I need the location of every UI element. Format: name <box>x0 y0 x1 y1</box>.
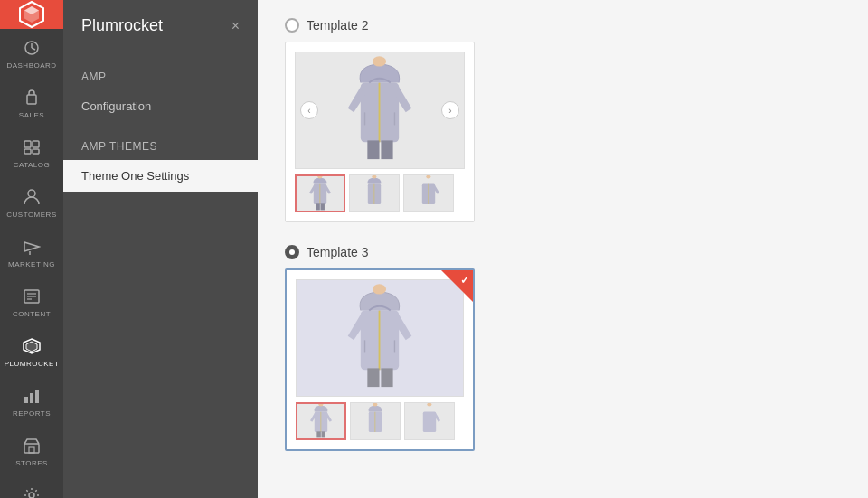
content-label: CONTENT <box>13 310 51 318</box>
nav-item-marketing[interactable]: MARKETING <box>0 228 63 277</box>
dashboard-icon <box>22 38 42 58</box>
template-3-thumb-2[interactable] <box>350 402 401 440</box>
svg-point-23 <box>29 493 34 498</box>
content-icon <box>22 287 42 306</box>
template-2-thumb-3[interactable] <box>403 174 454 212</box>
template-2-product-image <box>344 56 416 164</box>
sales-icon <box>22 88 42 108</box>
nav-item-content[interactable]: CONTENT <box>0 277 63 327</box>
template-2-thumb-2[interactable] <box>349 174 400 212</box>
sidebar-title: Plumrocket <box>81 16 163 35</box>
template-3-main-image <box>296 279 464 397</box>
nav-item-plumrocket[interactable]: PLUMROCKET <box>0 327 63 377</box>
svg-marker-10 <box>24 242 39 251</box>
nav-item-sales[interactable]: SALES <box>0 79 63 128</box>
customers-label: CUSTOMERS <box>6 211 56 219</box>
svg-marker-17 <box>26 342 37 352</box>
catalog-label: CATALOG <box>14 161 51 169</box>
svg-rect-7 <box>24 149 31 154</box>
nav-item-dashboard[interactable]: DASHBOARD <box>0 29 63 79</box>
svg-rect-57 <box>423 412 436 432</box>
template-3-radio[interactable] <box>285 245 299 259</box>
nav-rail: DASHBOARD SALES CATALOG <box>0 0 63 498</box>
reports-icon <box>22 386 42 406</box>
template-2-thumbnails <box>295 174 465 212</box>
svg-rect-28 <box>367 140 379 159</box>
svg-rect-4 <box>27 95 36 104</box>
customers-icon <box>22 187 42 207</box>
sidebar-panel: Plumrocket × AMP Configuration AMP Theme… <box>63 0 258 498</box>
sales-label: SALES <box>19 111 44 119</box>
marketing-label: MARKETING <box>8 260 55 268</box>
template-2-radio[interactable] <box>285 18 299 33</box>
stores-label: STORES <box>15 459 48 467</box>
template-2-option: Template 2 ‹ <box>285 18 841 222</box>
svg-point-30 <box>373 56 386 66</box>
template-2-text: Template 2 <box>307 18 368 33</box>
sidebar-item-configuration[interactable]: Configuration <box>63 90 258 122</box>
svg-point-41 <box>426 175 430 179</box>
svg-rect-8 <box>33 149 39 154</box>
template-3-option: Template 3 ✓ <box>285 245 841 451</box>
svg-rect-22 <box>29 447 34 453</box>
reports-label: REPORTS <box>13 409 51 418</box>
plumrocket-icon <box>22 336 42 356</box>
svg-rect-20 <box>35 390 39 403</box>
stores-icon <box>22 436 42 456</box>
svg-rect-47 <box>381 368 392 387</box>
dashboard-label: DASHBOARD <box>6 61 56 70</box>
svg-rect-34 <box>320 203 324 210</box>
sidebar-close-button[interactable]: × <box>231 18 240 34</box>
nav-item-stores[interactable]: STORES <box>0 427 63 476</box>
svg-rect-52 <box>321 431 325 437</box>
template-3-thumb-3[interactable] <box>404 402 455 440</box>
template-3-thumbnails <box>296 402 464 440</box>
template-3-product-image <box>344 284 416 392</box>
system-icon <box>22 485 42 498</box>
template-2-label[interactable]: Template 2 <box>285 18 841 33</box>
plumrocket-label: PLUMROCKET <box>5 360 60 368</box>
nav-item-system[interactable]: SYSTEM <box>0 476 63 498</box>
sidebar-section-amp-themes-label: AMP Themes <box>63 122 258 160</box>
marketing-icon <box>22 237 42 257</box>
svg-point-58 <box>427 403 431 407</box>
sidebar-section-amp-label: AMP <box>63 52 258 90</box>
template-2-next-btn[interactable]: › <box>441 101 459 119</box>
svg-rect-51 <box>316 431 320 437</box>
magento-logo-icon <box>17 0 46 29</box>
svg-rect-6 <box>33 141 39 147</box>
svg-point-48 <box>373 284 386 294</box>
svg-rect-19 <box>30 393 33 403</box>
sidebar-item-theme-one-settings[interactable]: Theme One Settings <box>63 160 258 192</box>
app-logo[interactable] <box>0 0 63 29</box>
svg-rect-5 <box>24 141 31 147</box>
svg-rect-33 <box>316 203 319 210</box>
template-2-thumb-1[interactable] <box>295 174 345 212</box>
svg-point-9 <box>28 190 35 197</box>
svg-rect-21 <box>24 444 39 453</box>
template-2-main-image: ‹ <box>295 52 465 169</box>
svg-rect-46 <box>367 368 379 387</box>
main-content: Template 2 ‹ <box>258 0 868 498</box>
template-3-thumb-1[interactable] <box>296 402 346 440</box>
template-3-card[interactable]: ✓ <box>285 268 475 451</box>
template-2-prev-btn[interactable]: ‹ <box>300 101 318 119</box>
catalog-icon <box>22 137 42 157</box>
template-3-text: Template 3 <box>307 245 368 259</box>
template-2-card[interactable]: ‹ <box>285 42 475 222</box>
sidebar-header: Plumrocket × <box>63 0 258 52</box>
nav-item-catalog[interactable]: CATALOG <box>0 128 63 178</box>
svg-rect-29 <box>381 140 392 159</box>
nav-item-reports[interactable]: REPORTS <box>0 377 63 427</box>
nav-item-customers[interactable]: CUSTOMERS <box>0 178 63 228</box>
template-3-label[interactable]: Template 3 <box>285 245 841 259</box>
selected-checkmark: ✓ <box>460 274 469 287</box>
svg-rect-18 <box>24 397 28 403</box>
